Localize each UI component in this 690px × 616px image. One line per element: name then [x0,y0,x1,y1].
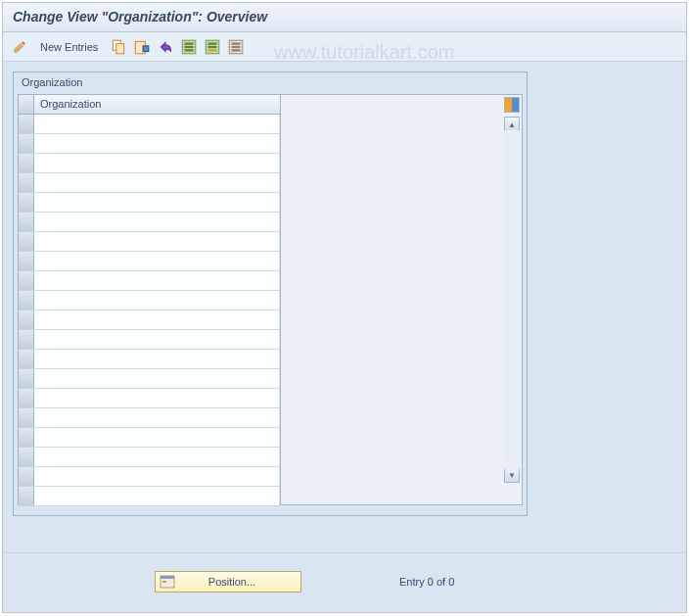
column-header-organization[interactable]: Organization [34,95,280,114]
table-row [19,173,280,193]
table-row [19,369,280,389]
organization-cell[interactable] [34,291,280,309]
new-entries-button[interactable]: New Entries [34,39,104,55]
table-row [19,428,280,448]
row-selector[interactable] [19,271,34,290]
organization-cell[interactable] [34,487,280,505]
organization-cell[interactable] [34,467,280,486]
svg-rect-5 [185,42,194,44]
svg-rect-6 [185,45,194,47]
row-selector[interactable] [19,154,34,172]
page-title: Change View "Organization": Overview [13,9,267,24]
delete-icon[interactable] [133,38,151,56]
toolbar: New Entries [3,32,686,62]
organization-cell[interactable] [34,350,280,368]
row-selector[interactable] [19,134,34,153]
row-selector[interactable] [19,213,34,231]
row-selector[interactable] [19,232,34,251]
table-header: Organization [19,95,280,115]
table-row [19,310,280,330]
row-selector[interactable] [19,115,34,133]
table-body [19,115,280,506]
organization-cell[interactable] [34,154,280,172]
row-selector[interactable] [19,487,34,505]
row-selector[interactable] [19,389,34,407]
row-selector[interactable] [19,448,34,466]
table-row [19,330,280,350]
svg-rect-1 [116,43,124,53]
table-row [19,115,280,134]
row-selector[interactable] [19,350,34,368]
entry-counter: Entry 0 of 0 [399,576,454,588]
svg-rect-17 [161,576,174,579]
organization-cell[interactable] [34,115,280,133]
scroll-down-bottom-button[interactable]: ▼ [504,467,520,483]
table-row [19,232,280,252]
change-icon[interactable] [11,38,28,56]
organization-cell[interactable] [34,134,280,153]
row-selector[interactable] [19,173,34,192]
table-row [19,252,280,271]
organization-cell[interactable] [34,252,280,270]
organization-table: Organization [18,94,281,505]
position-button-label: Position... [183,576,297,588]
row-selector[interactable] [19,428,34,447]
row-selector[interactable] [19,252,34,270]
row-selector[interactable] [19,467,34,486]
organization-cell[interactable] [34,173,280,192]
organization-cell[interactable] [34,428,280,447]
row-selector-header[interactable] [19,95,34,114]
svg-rect-10 [208,45,217,47]
footer-bar: Position... Entry 0 of 0 [155,571,454,592]
svg-rect-9 [208,42,217,44]
table-row [19,213,280,232]
table-row [19,154,280,173]
table-row [19,448,280,467]
row-selector[interactable] [19,291,34,309]
table-row [19,487,280,506]
organization-cell[interactable] [34,271,280,290]
scroll-track[interactable] [504,130,520,469]
table-row [19,291,280,310]
table-row [19,389,280,408]
organization-panel: Organization Organization ▲ ▼ ▲ ▼ [13,71,528,516]
table-container: Organization ▲ ▼ ▲ ▼ [18,94,523,505]
organization-cell[interactable] [34,213,280,231]
row-selector[interactable] [19,369,34,388]
table-row [19,350,280,369]
row-selector[interactable] [19,310,34,329]
table-row [19,134,280,154]
scroll-area: ▲ ▼ ▲ ▼ [281,94,523,505]
row-selector[interactable] [19,408,34,427]
position-button[interactable]: Position... [155,571,301,592]
separator [3,552,686,553]
svg-rect-3 [143,45,149,51]
organization-cell[interactable] [34,448,280,466]
save-variant-icon[interactable] [204,38,221,56]
titlebar: Change View "Organization": Overview [3,3,686,32]
app-window: Change View "Organization": Overview New… [2,2,687,613]
svg-rect-13 [232,42,241,44]
organization-cell[interactable] [34,408,280,427]
copy-icon[interactable] [110,38,127,56]
organization-cell[interactable] [34,310,280,329]
table-row [19,193,280,213]
organization-cell[interactable] [34,193,280,212]
organization-cell[interactable] [34,330,280,349]
organization-cell[interactable] [34,232,280,251]
position-icon [160,575,175,589]
undo-icon[interactable] [157,38,174,56]
svg-rect-15 [232,49,241,51]
row-selector[interactable] [19,330,34,349]
table-row [19,467,280,487]
table-settings-button[interactable] [504,97,520,113]
deselect-all-icon[interactable] [227,38,245,56]
organization-cell[interactable] [34,369,280,388]
svg-rect-11 [208,49,217,51]
row-selector[interactable] [19,193,34,212]
svg-rect-14 [232,45,241,47]
organization-cell[interactable] [34,389,280,407]
main-content: Organization Organization ▲ ▼ ▲ ▼ [3,62,686,612]
select-all-icon[interactable] [180,38,198,56]
table-row [19,271,280,291]
